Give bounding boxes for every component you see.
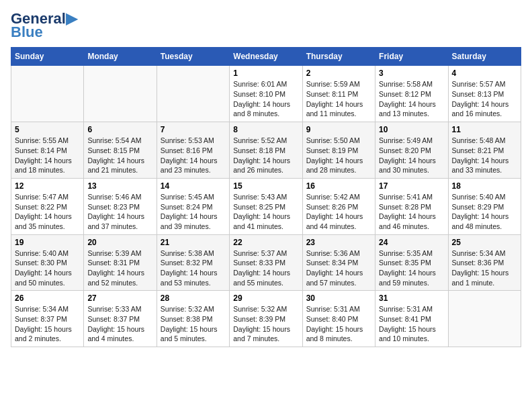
day-cell: 2Sunrise: 5:59 AM Sunset: 8:11 PM Daylig… — [302, 66, 375, 122]
day-cell: 16Sunrise: 5:42 AM Sunset: 8:26 PM Dayli… — [302, 178, 375, 234]
day-number: 13 — [87, 181, 152, 191]
day-cell: 3Sunrise: 5:58 AM Sunset: 8:12 PM Daylig… — [375, 66, 448, 122]
logo-subtext: Blue — [11, 24, 43, 40]
day-number: 8 — [233, 125, 298, 134]
day-info: Sunrise: 5:47 AM Sunset: 8:22 PM Dayligh… — [15, 193, 72, 230]
day-number: 6 — [87, 125, 152, 134]
week-row-3: 12Sunrise: 5:47 AM Sunset: 8:22 PM Dayli… — [11, 178, 521, 234]
day-cell: 13Sunrise: 5:46 AM Sunset: 8:23 PM Dayli… — [84, 178, 157, 234]
day-info: Sunrise: 5:43 AM Sunset: 8:25 PM Dayligh… — [233, 193, 290, 230]
day-cell: 31Sunrise: 5:31 AM Sunset: 8:41 PM Dayli… — [375, 291, 448, 347]
col-header-thursday: Thursday — [302, 48, 375, 66]
day-cell: 17Sunrise: 5:41 AM Sunset: 8:28 PM Dayli… — [375, 178, 448, 234]
day-cell: 4Sunrise: 5:57 AM Sunset: 8:13 PM Daylig… — [448, 66, 521, 122]
day-cell — [157, 66, 229, 122]
day-number: 18 — [452, 181, 517, 191]
day-number: 17 — [379, 181, 444, 191]
day-cell: 7Sunrise: 5:53 AM Sunset: 8:16 PM Daylig… — [157, 122, 229, 179]
day-number: 23 — [306, 238, 371, 247]
col-header-wednesday: Wednesday — [230, 48, 302, 66]
day-cell: 23Sunrise: 5:36 AM Sunset: 8:34 PM Dayli… — [302, 234, 375, 291]
day-number: 10 — [379, 125, 444, 134]
day-number: 14 — [161, 181, 226, 191]
day-number: 15 — [233, 181, 298, 191]
day-info: Sunrise: 5:35 AM Sunset: 8:35 PM Dayligh… — [379, 249, 436, 287]
day-number: 12 — [15, 181, 80, 191]
week-row-5: 26Sunrise: 5:34 AM Sunset: 8:37 PM Dayli… — [11, 291, 521, 347]
week-row-1: 1Sunrise: 6:01 AM Sunset: 8:10 PM Daylig… — [11, 66, 521, 122]
header: General▶ Blue — [11, 11, 521, 40]
day-number: 25 — [452, 238, 517, 247]
day-info: Sunrise: 5:54 AM Sunset: 8:15 PM Dayligh… — [87, 136, 144, 174]
day-info: Sunrise: 5:58 AM Sunset: 8:12 PM Dayligh… — [379, 80, 436, 118]
day-info: Sunrise: 5:42 AM Sunset: 8:26 PM Dayligh… — [306, 193, 363, 230]
day-number: 3 — [379, 68, 444, 78]
day-number: 16 — [306, 181, 371, 191]
day-cell — [11, 66, 84, 122]
day-number: 19 — [15, 238, 80, 247]
day-info: Sunrise: 5:45 AM Sunset: 8:24 PM Dayligh… — [161, 193, 218, 230]
day-info: Sunrise: 5:33 AM Sunset: 8:37 PM Dayligh… — [87, 305, 144, 342]
day-number: 9 — [306, 125, 371, 134]
day-info: Sunrise: 5:32 AM Sunset: 8:38 PM Dayligh… — [161, 305, 218, 342]
day-cell: 14Sunrise: 5:45 AM Sunset: 8:24 PM Dayli… — [157, 178, 229, 234]
day-number: 30 — [306, 293, 371, 303]
day-number: 27 — [87, 293, 152, 303]
day-number: 4 — [452, 68, 517, 78]
day-number: 24 — [379, 238, 444, 247]
day-number: 31 — [379, 293, 444, 303]
day-cell: 27Sunrise: 5:33 AM Sunset: 8:37 PM Dayli… — [84, 291, 157, 347]
week-row-4: 19Sunrise: 5:40 AM Sunset: 8:30 PM Dayli… — [11, 234, 521, 291]
day-cell: 19Sunrise: 5:40 AM Sunset: 8:30 PM Dayli… — [11, 234, 84, 291]
day-info: Sunrise: 5:53 AM Sunset: 8:16 PM Dayligh… — [161, 136, 218, 174]
day-number: 7 — [161, 125, 226, 134]
day-info: Sunrise: 5:57 AM Sunset: 8:13 PM Dayligh… — [452, 80, 509, 118]
day-info: Sunrise: 5:55 AM Sunset: 8:14 PM Dayligh… — [15, 136, 72, 174]
day-cell: 20Sunrise: 5:39 AM Sunset: 8:31 PM Dayli… — [84, 234, 157, 291]
day-info: Sunrise: 5:49 AM Sunset: 8:20 PM Dayligh… — [379, 136, 436, 174]
day-info: Sunrise: 5:37 AM Sunset: 8:33 PM Dayligh… — [233, 249, 290, 287]
day-number: 22 — [233, 238, 298, 247]
day-info: Sunrise: 5:38 AM Sunset: 8:32 PM Dayligh… — [161, 249, 218, 287]
day-info: Sunrise: 5:52 AM Sunset: 8:18 PM Dayligh… — [233, 136, 290, 174]
day-cell: 15Sunrise: 5:43 AM Sunset: 8:25 PM Dayli… — [230, 178, 302, 234]
day-info: Sunrise: 5:41 AM Sunset: 8:28 PM Dayligh… — [379, 193, 436, 230]
day-info: Sunrise: 5:32 AM Sunset: 8:39 PM Dayligh… — [233, 305, 290, 342]
day-info: Sunrise: 5:36 AM Sunset: 8:34 PM Dayligh… — [306, 249, 363, 287]
logo: General▶ Blue — [11, 11, 77, 40]
day-info: Sunrise: 5:31 AM Sunset: 8:40 PM Dayligh… — [306, 305, 363, 342]
day-cell: 6Sunrise: 5:54 AM Sunset: 8:15 PM Daylig… — [84, 122, 157, 179]
day-cell: 11Sunrise: 5:48 AM Sunset: 8:21 PM Dayli… — [448, 122, 521, 179]
col-header-monday: Monday — [84, 48, 157, 66]
col-header-sunday: Sunday — [11, 48, 84, 66]
day-cell: 22Sunrise: 5:37 AM Sunset: 8:33 PM Dayli… — [230, 234, 302, 291]
day-cell: 18Sunrise: 5:40 AM Sunset: 8:29 PM Dayli… — [448, 178, 521, 234]
day-cell: 9Sunrise: 5:50 AM Sunset: 8:19 PM Daylig… — [302, 122, 375, 179]
day-number: 5 — [15, 125, 80, 134]
day-cell: 28Sunrise: 5:32 AM Sunset: 8:38 PM Dayli… — [157, 291, 229, 347]
day-info: Sunrise: 5:34 AM Sunset: 8:37 PM Dayligh… — [15, 305, 72, 342]
day-info: Sunrise: 6:01 AM Sunset: 8:10 PM Dayligh… — [233, 80, 290, 118]
day-number: 11 — [452, 125, 517, 134]
day-cell: 1Sunrise: 6:01 AM Sunset: 8:10 PM Daylig… — [230, 66, 302, 122]
day-info: Sunrise: 5:59 AM Sunset: 8:11 PM Dayligh… — [306, 80, 363, 118]
day-number: 20 — [87, 238, 152, 247]
day-info: Sunrise: 5:50 AM Sunset: 8:19 PM Dayligh… — [306, 136, 363, 174]
day-cell: 25Sunrise: 5:34 AM Sunset: 8:36 PM Dayli… — [448, 234, 521, 291]
day-cell — [84, 66, 157, 122]
day-cell: 26Sunrise: 5:34 AM Sunset: 8:37 PM Dayli… — [11, 291, 84, 347]
col-header-saturday: Saturday — [448, 48, 521, 66]
week-row-2: 5Sunrise: 5:55 AM Sunset: 8:14 PM Daylig… — [11, 122, 521, 179]
col-header-friday: Friday — [375, 48, 448, 66]
col-header-tuesday: Tuesday — [157, 48, 229, 66]
day-cell: 21Sunrise: 5:38 AM Sunset: 8:32 PM Dayli… — [157, 234, 229, 291]
day-info: Sunrise: 5:46 AM Sunset: 8:23 PM Dayligh… — [87, 193, 144, 230]
day-info: Sunrise: 5:40 AM Sunset: 8:30 PM Dayligh… — [15, 249, 72, 287]
day-info: Sunrise: 5:40 AM Sunset: 8:29 PM Dayligh… — [452, 193, 509, 230]
day-cell: 5Sunrise: 5:55 AM Sunset: 8:14 PM Daylig… — [11, 122, 84, 179]
day-number: 2 — [306, 68, 371, 78]
day-number: 21 — [161, 238, 226, 247]
day-cell: 8Sunrise: 5:52 AM Sunset: 8:18 PM Daylig… — [230, 122, 302, 179]
day-info: Sunrise: 5:39 AM Sunset: 8:31 PM Dayligh… — [87, 249, 144, 287]
day-info: Sunrise: 5:34 AM Sunset: 8:36 PM Dayligh… — [452, 249, 509, 287]
